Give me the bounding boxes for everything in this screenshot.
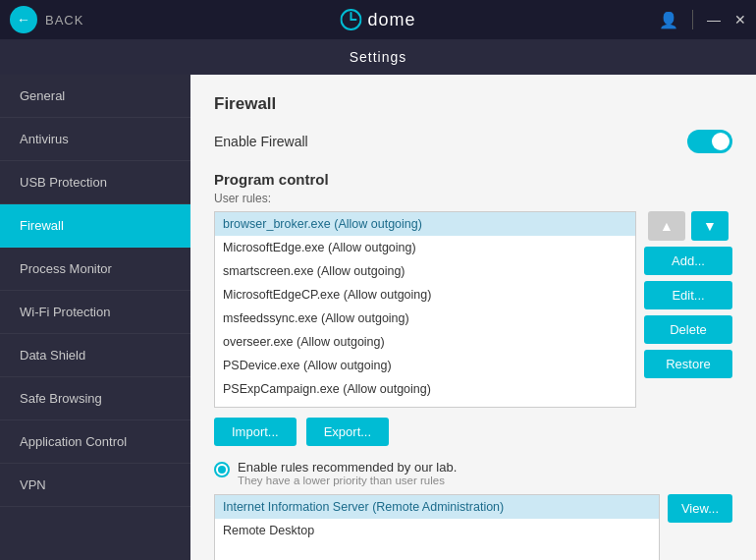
import-button[interactable]: Import... [214, 418, 297, 446]
rules-buttons: ▲ ▼ Add... Edit... Delete Restore [644, 211, 732, 408]
enable-firewall-label: Enable Firewall [214, 134, 308, 149]
rule-item[interactable]: overseer.exe (Allow outgoing) [215, 330, 635, 354]
sidebar-item-application-control[interactable]: Application Control [0, 420, 190, 464]
back-button[interactable]: ← [10, 6, 37, 33]
titlebar-left: ← BACK [10, 6, 83, 33]
sidebar-item-data-shield[interactable]: Data Shield [0, 334, 190, 377]
titlebar: ← BACK dome 👤 — ✕ [0, 0, 756, 39]
add-button[interactable]: Add... [644, 247, 732, 275]
sidebar-item-usb-protection[interactable]: USB Protection [0, 161, 190, 204]
main-layout: General Antivirus USB Protection Firewal… [0, 75, 756, 560]
brand-logo-icon [340, 9, 361, 30]
back-label: BACK [45, 13, 83, 28]
page-title: Settings [350, 49, 407, 65]
recommended-row-area: Internet Information Server (Remote Admi… [214, 494, 732, 560]
delete-button[interactable]: Delete [644, 315, 732, 344]
rule-item[interactable]: msfeedssync.exe (Allow outgoing) [215, 307, 635, 330]
sidebar-item-wifi-protection[interactable]: Wi-Fi Protection [0, 291, 190, 334]
back-arrow-icon: ← [17, 12, 30, 28]
divider [692, 10, 693, 29]
recommended-rules-list[interactable]: Internet Information Server (Remote Admi… [214, 494, 660, 560]
rec-item[interactable]: Internet Information Server (Remote Admi… [215, 495, 659, 519]
titlebar-right: 👤 — ✕ [659, 10, 746, 29]
program-control-title: Program control [214, 171, 732, 188]
brand-name: dome [367, 10, 415, 30]
enable-firewall-row: Enable Firewall [214, 130, 732, 153]
rule-item[interactable]: smartscreen.exe (Allow outgoing) [215, 259, 635, 283]
lab-rules-radio[interactable] [214, 462, 230, 477]
sidebar-item-process-monitor[interactable]: Process Monitor [0, 248, 190, 291]
view-button[interactable]: View... [668, 494, 732, 523]
close-button[interactable]: ✕ [734, 12, 746, 28]
rule-item[interactable]: OneDrive.exe (Allow outgoing) [215, 401, 635, 408]
edit-button[interactable]: Edit... [644, 281, 732, 309]
content-area: Firewall Enable Firewall Program control… [190, 75, 756, 560]
rule-item[interactable]: PSExpCampaign.exe (Allow outgoing) [215, 377, 635, 401]
lab-rules-row: Enable rules recommended by our lab. The… [214, 460, 732, 486]
user-rules-list[interactable]: browser_broker.exe (Allow outgoing) Micr… [214, 211, 636, 408]
move-up-button[interactable]: ▲ [648, 211, 685, 241]
rule-item[interactable]: browser_broker.exe (Allow outgoing) [215, 212, 635, 236]
section-title: Firewall [214, 94, 732, 114]
sidebar-item-firewall[interactable]: Firewall [0, 204, 190, 248]
page-header: Settings [0, 39, 756, 75]
user-icon[interactable]: 👤 [659, 11, 678, 29]
rec-item[interactable]: Remote Desktop [215, 519, 659, 542]
export-button[interactable]: Export... [306, 418, 389, 446]
titlebar-center: dome [340, 9, 415, 30]
rule-item[interactable]: MicrosoftEdge.exe (Allow outgoing) [215, 236, 635, 259]
sidebar-item-safe-browsing[interactable]: Safe Browsing [0, 377, 190, 420]
firewall-toggle[interactable] [687, 130, 732, 153]
rules-area: browser_broker.exe (Allow outgoing) Micr… [214, 211, 732, 408]
lab-rules-subtext: They have a lower priority than user rul… [238, 475, 457, 486]
restore-button[interactable]: Restore [644, 350, 732, 378]
sidebar: General Antivirus USB Protection Firewal… [0, 75, 190, 560]
rule-item[interactable]: MicrosoftEdgeCP.exe (Allow outgoing) [215, 283, 635, 307]
lab-rules-text: Enable rules recommended by our lab. [238, 460, 457, 475]
sidebar-item-antivirus[interactable]: Antivirus [0, 118, 190, 161]
arrow-row: ▲ ▼ [644, 211, 732, 241]
rule-item[interactable]: PSDevice.exe (Allow outgoing) [215, 354, 635, 377]
minimize-button[interactable]: — [707, 12, 721, 28]
import-export-row: Import... Export... [214, 418, 732, 446]
user-rules-label: User rules: [214, 192, 732, 205]
lab-rules-text-block: Enable rules recommended by our lab. The… [238, 460, 457, 486]
sidebar-item-vpn[interactable]: VPN [0, 464, 190, 507]
sidebar-item-general[interactable]: General [0, 75, 190, 118]
move-down-button[interactable]: ▼ [691, 211, 729, 241]
